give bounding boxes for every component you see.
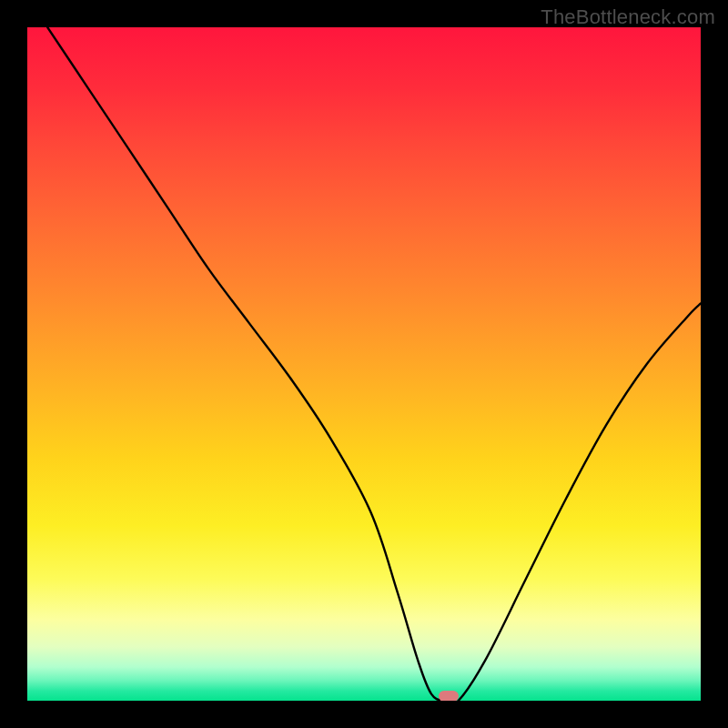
watermark-text: TheBottleneck.com — [541, 5, 715, 29]
plot-area — [27, 27, 701, 701]
bottleneck-curve — [27, 27, 701, 701]
chart-frame: TheBottleneck.com — [0, 0, 728, 728]
minimum-marker — [439, 691, 459, 701]
